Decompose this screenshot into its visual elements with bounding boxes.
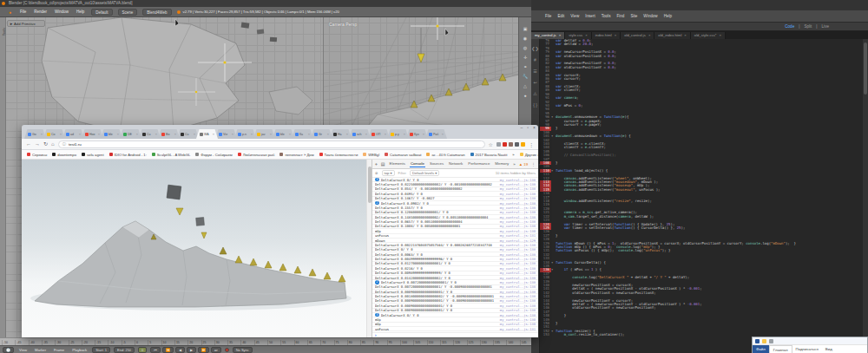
highlight-invalid-icon[interactable]: ⚠ — [533, 91, 536, 96]
source-link[interactable]: my_control..js:138 — [500, 276, 536, 280]
file-tab[interactable]: old_style.css*× — [691, 32, 726, 39]
extension-icon[interactable] — [509, 142, 513, 147]
timeline-menu-marker[interactable]: Marker — [33, 348, 48, 352]
file-tab-close-icon[interactable]: × — [648, 32, 650, 39]
ribbon-tab-вид[interactable]: Вид — [822, 345, 836, 353]
browser-tab[interactable]: На× — [330, 129, 352, 139]
browser-tab[interactable]: Co× — [43, 129, 65, 139]
source-link[interactable]: my_control..js:129 — [500, 239, 536, 243]
bookmark-item[interactable]: IDIO for Android - 1: — [109, 153, 147, 157]
timeline-start-field[interactable]: Start: 1 — [92, 347, 110, 353]
editor-menu-window[interactable]: Window — [643, 14, 657, 18]
browser-tab[interactable]: ble× — [273, 129, 294, 139]
devtools-tab-network[interactable]: Network — [448, 160, 464, 167]
bookmark-item[interactable]: Любительская рыб — [238, 153, 275, 157]
close-button[interactable]: × — [533, 126, 536, 130]
back-button[interactable]: ← — [26, 141, 31, 148]
browser-tab[interactable]: Ка× — [292, 129, 313, 139]
view-mode-live[interactable]: Live — [822, 24, 829, 29]
browser-tab[interactable]: Go× — [24, 129, 46, 139]
bookmarks-overflow-chevron[interactable]: » — [512, 153, 514, 157]
source-link[interactable]: my_control..js:138 — [500, 257, 536, 261]
tab-close-icon[interactable]: × — [41, 132, 43, 136]
tab-close-icon[interactable]: × — [136, 132, 138, 136]
browser-tab[interactable]: sch× — [349, 129, 371, 139]
bookmark-item[interactable]: WEBgl — [363, 153, 379, 157]
tab-close-icon[interactable]: × — [79, 132, 81, 136]
editor-title-bar[interactable] — [531, 0, 868, 10]
tab-close-icon[interactable]: × — [232, 132, 233, 136]
source-link[interactable]: my_control..js:138 — [500, 243, 536, 247]
tab-close-icon[interactable]: × — [442, 132, 444, 136]
browser-tab[interactable]: Кух× — [406, 129, 428, 139]
browser-tab[interactable]: jav× — [253, 129, 275, 139]
bookmark-item[interactable]: downtempo — [52, 153, 76, 157]
context-select[interactable]: top ▾ — [382, 170, 395, 176]
blender-scene-select[interactable]: Scene — [118, 9, 138, 16]
tab-close-icon[interactable]: × — [385, 132, 386, 136]
data-icon[interactable]: △ — [523, 83, 529, 88]
devtools-tab-elements[interactable]: Elements — [389, 160, 406, 167]
quick-access-icon[interactable] — [755, 339, 760, 343]
play-button[interactable]: ▶ — [187, 347, 196, 353]
floating-cube[interactable] — [167, 185, 181, 199]
object-icon[interactable]: ✛ — [523, 55, 529, 60]
record-button[interactable] — [225, 348, 229, 352]
source-link[interactable]: my_control..js:138 — [500, 252, 536, 257]
source-link[interactable]: my_control..js:138 — [500, 280, 536, 284]
tab-close-icon[interactable]: × — [423, 132, 424, 136]
source-link[interactable]: my_control..js:138 — [500, 271, 536, 275]
devtools-tab-sources[interactable]: Sources — [429, 160, 444, 167]
timeline-menu-view[interactable]: View — [17, 348, 29, 352]
tab-close-icon[interactable]: × — [308, 132, 310, 136]
jump-to-end-button[interactable]: ⏭ — [211, 347, 221, 353]
island-mesh[interactable] — [35, 221, 346, 307]
tab-close-icon[interactable]: × — [289, 132, 291, 136]
blender-menu-render[interactable]: Render — [32, 10, 49, 14]
source-link[interactable]: my_control..js:138 — [500, 247, 536, 252]
world-icon[interactable]: ◍ — [523, 45, 529, 50]
page-info-icon[interactable]: ⓘ — [62, 142, 66, 147]
bookmark-item[interactable]: Сервисы — [27, 153, 47, 157]
file-tab-close-icon[interactable]: × — [719, 32, 720, 39]
source-link[interactable]: my_control..js:138 — [500, 196, 536, 200]
blender-tools-tab[interactable]: Tools — [0, 17, 6, 337]
next-keyframe-button[interactable]: ⏩ — [198, 347, 209, 353]
clear-console-icon[interactable]: ⊘ — [375, 171, 378, 175]
inspect-element-icon[interactable]: ⌖ — [375, 161, 378, 167]
rock-mesh[interactable] — [42, 17, 245, 132]
scrollbar-thumb[interactable] — [368, 167, 372, 203]
forward-button[interactable]: → — [35, 141, 40, 148]
page-scrollbar[interactable] — [366, 160, 372, 337]
view-mode-code[interactable]: Code — [785, 24, 794, 29]
browser-tab[interactable]: Нов× — [82, 129, 103, 139]
blender-engine-select[interactable]: Blend4Web — [142, 9, 171, 16]
apply-comment-icon[interactable]: ☰ — [533, 69, 536, 74]
source-link[interactable]: my_control..js:138 — [500, 261, 536, 265]
camera-crosshair[interactable] — [411, 17, 464, 40]
file-tab[interactable]: my_control.js× — [531, 32, 565, 39]
constraints-icon[interactable]: ⚭ — [523, 64, 529, 69]
jump-to-start-button[interactable]: ⏮ — [150, 347, 161, 353]
browser-tab[interactable]: р.у× — [387, 129, 409, 139]
ribbon-tab-подписаться[interactable]: Подписаться — [792, 345, 822, 353]
bookmark-item[interactable]: Catamaran sailboat — [385, 153, 421, 157]
blender-menu-window[interactable]: Window — [53, 10, 70, 14]
source-link[interactable]: my_control..js:138 — [500, 182, 536, 186]
editor-scrollbar[interactable] — [863, 39, 868, 353]
source-link[interactable]: my_control..js:138 — [500, 266, 536, 271]
browser-tab[interactable]: ad× — [62, 129, 84, 139]
browser-tab[interactable]: ОП× — [368, 129, 390, 139]
file-tab-close-icon[interactable]: × — [684, 32, 686, 39]
bookmark-item[interactable]: sofa agent — [82, 153, 104, 157]
other-bookmarks[interactable]: Другие закладки — [520, 153, 538, 157]
extension-icon[interactable] — [521, 142, 525, 147]
file-tab-close-icon[interactable]: × — [615, 32, 616, 39]
tab-close-icon[interactable]: × — [404, 132, 405, 136]
browser-tab[interactable]: p.n× — [234, 129, 256, 139]
bookmark-item[interactable]: Ткань безопасности — [319, 153, 358, 157]
prev-keyframe-button[interactable]: ⏪ — [162, 347, 174, 353]
reload-button[interactable]: ↻ — [43, 141, 48, 148]
bookmark-item[interactable]: 2017 Bavaria Nautit — [470, 153, 508, 157]
ribbon-tab-файл[interactable]: Файл — [753, 345, 769, 353]
